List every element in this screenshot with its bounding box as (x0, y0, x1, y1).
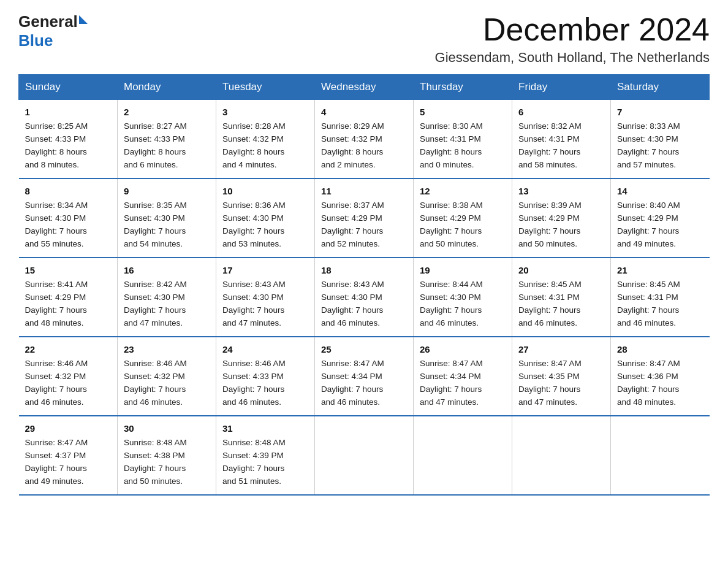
calendar-cell: 11Sunrise: 8:37 AM Sunset: 4:29 PM Dayli… (315, 178, 414, 258)
day-info: Sunrise: 8:45 AM Sunset: 4:31 PM Dayligh… (518, 278, 605, 330)
day-number: 14 (617, 184, 705, 198)
day-number: 29 (25, 421, 113, 435)
calendar-cell: 22Sunrise: 8:46 AM Sunset: 4:32 PM Dayli… (19, 337, 118, 416)
calendar-cell: 3Sunrise: 8:28 AM Sunset: 4:32 PM Daylig… (216, 100, 315, 178)
calendar-cell (512, 416, 611, 495)
day-number: 10 (222, 184, 309, 198)
day-info: Sunrise: 8:47 AM Sunset: 4:36 PM Dayligh… (617, 358, 705, 409)
calendar-cell: 18Sunrise: 8:43 AM Sunset: 4:30 PM Dayli… (315, 258, 414, 337)
day-number: 19 (420, 263, 507, 277)
day-info: Sunrise: 8:47 AM Sunset: 4:37 PM Dayligh… (25, 437, 113, 488)
calendar-cell: 20Sunrise: 8:45 AM Sunset: 4:31 PM Dayli… (512, 258, 611, 337)
day-number: 2 (124, 105, 211, 119)
day-number: 28 (617, 342, 705, 356)
day-info: Sunrise: 8:45 AM Sunset: 4:31 PM Dayligh… (617, 278, 705, 330)
calendar-table: SundayMondayTuesdayWednesdayThursdayFrid… (18, 74, 710, 496)
day-info: Sunrise: 8:44 AM Sunset: 4:30 PM Dayligh… (420, 278, 507, 330)
day-info: Sunrise: 8:47 AM Sunset: 4:35 PM Dayligh… (518, 358, 605, 409)
day-header-sunday: Sunday (19, 75, 118, 100)
calendar-week-row: 29Sunrise: 8:47 AM Sunset: 4:37 PM Dayli… (19, 416, 710, 495)
calendar-cell: 29Sunrise: 8:47 AM Sunset: 4:37 PM Dayli… (19, 416, 118, 495)
day-number: 13 (518, 184, 605, 198)
day-number: 1 (25, 105, 113, 119)
calendar-cell: 4Sunrise: 8:29 AM Sunset: 4:32 PM Daylig… (315, 100, 414, 178)
day-info: Sunrise: 8:33 AM Sunset: 4:30 PM Dayligh… (617, 120, 705, 172)
day-number: 26 (420, 342, 507, 356)
calendar-cell: 7Sunrise: 8:33 AM Sunset: 4:30 PM Daylig… (611, 100, 710, 178)
day-number: 31 (222, 421, 309, 435)
day-number: 24 (222, 342, 309, 356)
day-number: 4 (321, 105, 408, 119)
calendar-subtitle: Giessendam, South Holland, The Netherlan… (435, 50, 710, 66)
day-info: Sunrise: 8:37 AM Sunset: 4:29 PM Dayligh… (321, 199, 408, 251)
day-info: Sunrise: 8:41 AM Sunset: 4:29 PM Dayligh… (25, 278, 113, 330)
day-number: 3 (222, 105, 309, 119)
day-number: 7 (617, 105, 705, 119)
calendar-cell: 6Sunrise: 8:32 AM Sunset: 4:31 PM Daylig… (512, 100, 611, 178)
calendar-cell: 21Sunrise: 8:45 AM Sunset: 4:31 PM Dayli… (611, 258, 710, 337)
calendar-cell: 26Sunrise: 8:47 AM Sunset: 4:34 PM Dayli… (414, 337, 512, 416)
day-number: 8 (25, 184, 113, 198)
calendar-cell: 8Sunrise: 8:34 AM Sunset: 4:30 PM Daylig… (19, 178, 118, 258)
calendar-cell: 9Sunrise: 8:35 AM Sunset: 4:30 PM Daylig… (118, 178, 216, 258)
day-info: Sunrise: 8:48 AM Sunset: 4:39 PM Dayligh… (222, 437, 309, 488)
day-number: 18 (321, 263, 408, 277)
day-number: 9 (124, 184, 211, 198)
day-info: Sunrise: 8:47 AM Sunset: 4:34 PM Dayligh… (321, 358, 408, 409)
calendar-cell (315, 416, 414, 495)
day-number: 17 (222, 263, 309, 277)
day-info: Sunrise: 8:43 AM Sunset: 4:30 PM Dayligh… (222, 278, 309, 330)
calendar-cell: 16Sunrise: 8:42 AM Sunset: 4:30 PM Dayli… (118, 258, 216, 337)
calendar-cell: 25Sunrise: 8:47 AM Sunset: 4:34 PM Dayli… (315, 337, 414, 416)
calendar-cell: 19Sunrise: 8:44 AM Sunset: 4:30 PM Dayli… (414, 258, 512, 337)
day-header-wednesday: Wednesday (315, 75, 414, 100)
calendar-cell: 12Sunrise: 8:38 AM Sunset: 4:29 PM Dayli… (414, 178, 512, 258)
day-number: 27 (518, 342, 605, 356)
day-number: 16 (124, 263, 211, 277)
calendar-cell: 17Sunrise: 8:43 AM Sunset: 4:30 PM Dayli… (216, 258, 315, 337)
day-info: Sunrise: 8:40 AM Sunset: 4:29 PM Dayligh… (617, 199, 705, 251)
calendar-week-row: 1Sunrise: 8:25 AM Sunset: 4:33 PM Daylig… (19, 100, 710, 178)
calendar-cell: 13Sunrise: 8:39 AM Sunset: 4:29 PM Dayli… (512, 178, 611, 258)
calendar-header-row: SundayMondayTuesdayWednesdayThursdayFrid… (19, 75, 710, 100)
day-info: Sunrise: 8:32 AM Sunset: 4:31 PM Dayligh… (518, 120, 605, 172)
calendar-cell: 30Sunrise: 8:48 AM Sunset: 4:38 PM Dayli… (118, 416, 216, 495)
calendar-week-row: 8Sunrise: 8:34 AM Sunset: 4:30 PM Daylig… (19, 178, 710, 258)
calendar-cell: 5Sunrise: 8:30 AM Sunset: 4:31 PM Daylig… (414, 100, 512, 178)
day-info: Sunrise: 8:42 AM Sunset: 4:30 PM Dayligh… (124, 278, 211, 330)
day-number: 25 (321, 342, 408, 356)
day-info: Sunrise: 8:29 AM Sunset: 4:32 PM Dayligh… (321, 120, 408, 172)
day-info: Sunrise: 8:27 AM Sunset: 4:33 PM Dayligh… (124, 120, 211, 172)
day-info: Sunrise: 8:38 AM Sunset: 4:29 PM Dayligh… (420, 199, 507, 251)
calendar-cell: 24Sunrise: 8:46 AM Sunset: 4:33 PM Dayli… (216, 337, 315, 416)
day-number: 15 (25, 263, 113, 277)
day-number: 20 (518, 263, 605, 277)
day-info: Sunrise: 8:43 AM Sunset: 4:30 PM Dayligh… (321, 278, 408, 330)
logo-blue-text: Blue (18, 31, 53, 50)
day-info: Sunrise: 8:46 AM Sunset: 4:32 PM Dayligh… (25, 358, 113, 409)
calendar-cell: 14Sunrise: 8:40 AM Sunset: 4:29 PM Dayli… (611, 178, 710, 258)
day-number: 5 (420, 105, 507, 119)
calendar-cell (611, 416, 710, 495)
page-header: General Blue December 2024 Giessendam, S… (18, 12, 710, 66)
calendar-cell: 31Sunrise: 8:48 AM Sunset: 4:39 PM Dayli… (216, 416, 315, 495)
title-block: December 2024 Giessendam, South Holland,… (435, 12, 710, 66)
logo-general-text: General (18, 12, 78, 31)
calendar-cell: 1Sunrise: 8:25 AM Sunset: 4:33 PM Daylig… (19, 100, 118, 178)
calendar-cell: 28Sunrise: 8:47 AM Sunset: 4:36 PM Dayli… (611, 337, 710, 416)
day-number: 21 (617, 263, 705, 277)
calendar-cell: 23Sunrise: 8:46 AM Sunset: 4:32 PM Dayli… (118, 337, 216, 416)
logo-triangle-icon (79, 15, 88, 24)
day-number: 12 (420, 184, 507, 198)
day-number: 30 (124, 421, 211, 435)
day-header-friday: Friday (512, 75, 611, 100)
day-info: Sunrise: 8:46 AM Sunset: 4:32 PM Dayligh… (124, 358, 211, 409)
calendar-cell: 27Sunrise: 8:47 AM Sunset: 4:35 PM Dayli… (512, 337, 611, 416)
calendar-cell: 10Sunrise: 8:36 AM Sunset: 4:30 PM Dayli… (216, 178, 315, 258)
calendar-body: 1Sunrise: 8:25 AM Sunset: 4:33 PM Daylig… (19, 100, 710, 495)
calendar-week-row: 15Sunrise: 8:41 AM Sunset: 4:29 PM Dayli… (19, 258, 710, 337)
calendar-title: December 2024 (435, 12, 710, 47)
calendar-cell (414, 416, 512, 495)
calendar-cell: 15Sunrise: 8:41 AM Sunset: 4:29 PM Dayli… (19, 258, 118, 337)
day-header-tuesday: Tuesday (216, 75, 315, 100)
